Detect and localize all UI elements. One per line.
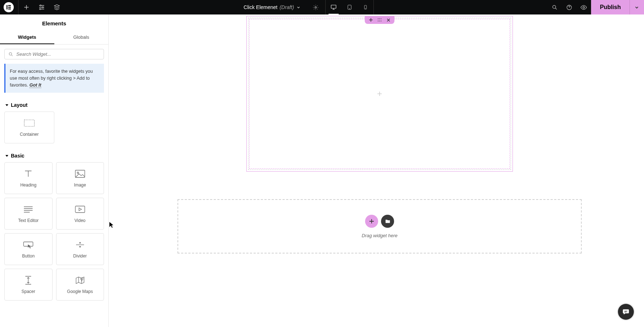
panel-title: Elements bbox=[0, 14, 108, 31]
device-desktop-button[interactable] bbox=[326, 0, 342, 14]
widget-label: Container bbox=[20, 132, 39, 137]
container-icon bbox=[24, 118, 35, 128]
widget-button[interactable]: Button bbox=[4, 233, 53, 265]
svg-rect-2 bbox=[8, 7, 11, 8]
add-new-section-button[interactable] bbox=[365, 215, 378, 228]
tab-widgets[interactable]: Widgets bbox=[0, 31, 54, 44]
widget-label: Video bbox=[75, 218, 85, 223]
basic-widgets-grid: Heading Image Text Editor Video Button bbox=[0, 162, 108, 306]
editor-canvas[interactable]: Drag widget here bbox=[109, 14, 644, 327]
widget-heading[interactable]: Heading bbox=[4, 162, 53, 194]
button-icon bbox=[22, 240, 34, 250]
search-box[interactable] bbox=[4, 49, 104, 59]
search-icon bbox=[8, 52, 13, 57]
panel-tabs: Widgets Globals bbox=[0, 31, 108, 45]
divider-icon bbox=[74, 240, 86, 250]
selected-container[interactable] bbox=[246, 16, 513, 172]
preview-button[interactable] bbox=[576, 0, 591, 14]
chat-icon bbox=[622, 308, 630, 315]
svg-point-5 bbox=[42, 7, 43, 8]
add-template-button[interactable] bbox=[381, 215, 394, 228]
svg-point-12 bbox=[365, 8, 365, 9]
drop-zone-buttons bbox=[365, 215, 394, 228]
svg-point-25 bbox=[381, 18, 381, 19]
structure-button[interactable] bbox=[50, 0, 64, 14]
widget-google-maps[interactable]: Google Maps bbox=[56, 269, 104, 301]
caret-down-icon bbox=[5, 103, 9, 107]
layout-widgets-grid: Container bbox=[0, 112, 54, 149]
container-inner-drop-area[interactable] bbox=[249, 19, 510, 169]
widget-label: Image bbox=[74, 183, 86, 188]
caret-down-icon bbox=[5, 154, 9, 158]
svg-point-16 bbox=[9, 53, 12, 55]
finder-search-button[interactable] bbox=[547, 0, 562, 14]
widget-image[interactable]: Image bbox=[56, 162, 104, 194]
svg-rect-8 bbox=[331, 5, 336, 8]
widget-spacer[interactable]: Spacer bbox=[4, 269, 53, 301]
elementor-logo[interactable] bbox=[4, 2, 14, 12]
favorites-tip: For easy access, favorite the widgets yo… bbox=[4, 64, 104, 93]
svg-point-13 bbox=[553, 5, 556, 8]
video-icon bbox=[74, 204, 86, 214]
publish-options-button[interactable] bbox=[630, 0, 644, 14]
section-layout-header[interactable]: Layout bbox=[0, 98, 108, 112]
page-settings-button[interactable] bbox=[309, 0, 323, 14]
container-delete-button[interactable] bbox=[386, 17, 391, 22]
svg-point-27 bbox=[379, 21, 380, 21]
svg-point-10 bbox=[349, 8, 350, 9]
widget-text-editor[interactable]: Text Editor bbox=[4, 198, 53, 230]
plus-icon bbox=[369, 219, 374, 224]
svg-rect-0 bbox=[7, 5, 8, 9]
widget-label: Button bbox=[22, 253, 35, 259]
svg-rect-3 bbox=[8, 9, 11, 10]
document-title-block[interactable]: Click Elemenet (Draft) bbox=[238, 4, 306, 10]
cursor-icon bbox=[109, 222, 114, 228]
svg-point-19 bbox=[77, 172, 79, 173]
svg-rect-29 bbox=[624, 311, 627, 311]
svg-point-23 bbox=[378, 18, 379, 19]
container-add-button[interactable] bbox=[368, 17, 373, 22]
widget-container[interactable]: Container bbox=[4, 112, 54, 143]
top-bar: Click Elemenet (Draft) bbox=[0, 0, 644, 14]
device-mobile-button[interactable] bbox=[357, 0, 373, 14]
tab-globals[interactable]: Globals bbox=[54, 31, 109, 44]
container-drag-handle[interactable] bbox=[377, 17, 382, 22]
section-basic-header[interactable]: Basic bbox=[0, 149, 108, 162]
add-section-drop-zone[interactable]: Drag widget here bbox=[177, 199, 582, 253]
topbar-center-group: Click Elemenet (Draft) bbox=[238, 0, 374, 14]
widget-label: Text Editor bbox=[18, 218, 39, 223]
divider bbox=[18, 0, 18, 14]
chevron-down-icon bbox=[296, 5, 301, 9]
folder-icon bbox=[385, 218, 390, 224]
container-outer-dashed bbox=[248, 18, 511, 170]
plus-icon bbox=[377, 91, 382, 97]
widget-divider[interactable]: Divider bbox=[56, 233, 104, 265]
heading-icon bbox=[22, 169, 34, 179]
search-input[interactable] bbox=[16, 51, 100, 57]
widget-video[interactable]: Video bbox=[56, 198, 104, 230]
text-editor-icon bbox=[22, 204, 34, 214]
document-status: (Draft) bbox=[280, 4, 294, 10]
svg-rect-1 bbox=[8, 5, 11, 6]
chevron-down-icon bbox=[634, 5, 639, 10]
svg-rect-17 bbox=[24, 120, 34, 126]
svg-point-4 bbox=[40, 5, 41, 6]
publish-button[interactable]: Publish bbox=[591, 0, 630, 14]
search-wrapper bbox=[0, 45, 108, 64]
widget-label: Spacer bbox=[21, 289, 35, 294]
svg-point-28 bbox=[381, 21, 381, 21]
topbar-right-group: Publish bbox=[547, 0, 644, 14]
device-tablet-button[interactable] bbox=[342, 0, 357, 14]
widget-label: Heading bbox=[20, 183, 37, 188]
chat-support-button[interactable] bbox=[618, 304, 634, 320]
svg-point-15 bbox=[583, 7, 585, 8]
tip-text: For easy access, favorite the widgets yo… bbox=[10, 69, 93, 88]
site-settings-button[interactable] bbox=[34, 0, 49, 14]
svg-rect-30 bbox=[624, 312, 627, 312]
add-element-button[interactable] bbox=[19, 0, 34, 14]
responsive-device-group bbox=[325, 0, 374, 14]
help-button[interactable] bbox=[562, 0, 576, 14]
drop-zone-text: Drag widget here bbox=[362, 233, 398, 238]
tip-dismiss-link[interactable]: Got It bbox=[29, 83, 41, 88]
svg-point-26 bbox=[378, 21, 379, 21]
